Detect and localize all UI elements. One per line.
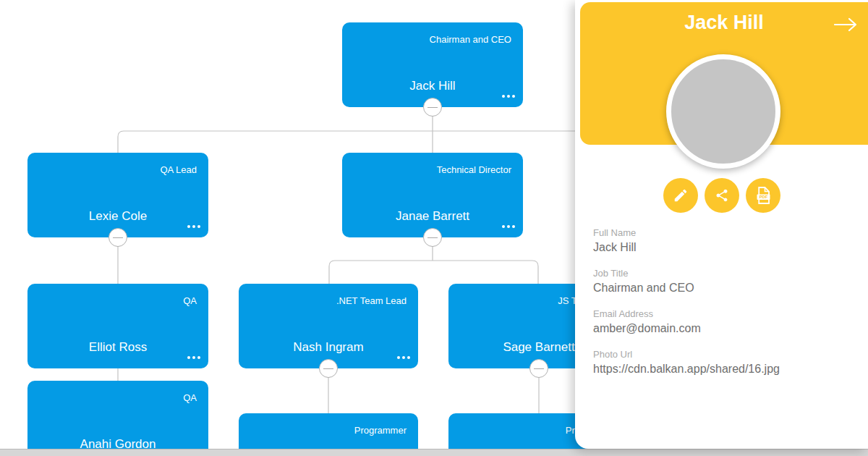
field-email-address: Email Address amber@domain.com [593,308,855,335]
node-janae-barrett[interactable]: Technical Director Janae Barrett [342,153,523,237]
node-title: QA [183,295,197,306]
bottom-bar [0,449,868,456]
node-title: Programmer [354,425,407,436]
node-name: Janae Barrett [342,209,523,224]
field-photo-url: Photo Url https://cdn.balkan.app/shared/… [593,349,855,376]
node-menu-dots[interactable] [502,95,515,98]
node-anahi-gordon[interactable]: QA Anahi Gordon [27,381,208,456]
field-full-name: Full Name Jack Hill [593,227,855,254]
node-menu-dots[interactable] [187,356,200,359]
node-title: QA Lead [160,164,197,175]
field-value: Jack Hill [593,241,855,254]
node-menu-dots[interactable] [187,225,200,228]
svg-text:PDF: PDF [759,195,767,199]
details-panel: Jack Hill [575,0,868,449]
field-value: Chairman and CEO [593,282,855,295]
collapse-button[interactable] [423,98,442,117]
collapse-button[interactable] [319,359,338,378]
collapse-button[interactable] [423,228,442,247]
action-buttons: PDF [575,178,868,213]
edit-button[interactable] [663,178,698,213]
details-title: Jack Hill [580,2,868,34]
node-lexie-cole[interactable]: QA Lead Lexie Cole [27,153,208,237]
node-title: .NET Team Lead [336,295,407,306]
node-name: Elliot Ross [27,340,208,355]
pencil-icon [673,187,689,203]
collapse-button[interactable] [109,228,127,247]
node-title: Technical Director [437,164,511,175]
detail-fields: Full Name Jack Hill Job Title Chairman a… [593,227,855,389]
node-menu-dots[interactable] [502,225,515,228]
avatar [666,54,780,169]
field-label: Full Name [593,227,855,238]
node-menu-dots[interactable] [397,356,410,359]
org-chart-app: Chairman and CEO Jack Hill QA Lead Lexie… [0,0,868,456]
node-nash-ingram[interactable]: .NET Team Lead Nash Ingram [239,284,418,368]
node-name: Nash Ingram [239,340,418,355]
share-button[interactable] [705,178,739,213]
collapse-button[interactable] [529,359,548,378]
field-label: Photo Url [593,349,855,360]
field-label: Job Title [593,268,855,279]
node-name: Jack Hill [342,79,523,93]
node-name: Lexie Cole [27,209,208,224]
field-value: amber@domain.com [593,322,855,335]
pdf-button[interactable]: PDF [746,178,780,213]
node-title: QA [183,392,197,403]
node-elliot-ross[interactable]: QA Elliot Ross [27,284,208,368]
arrow-right-icon[interactable] [832,15,859,34]
share-icon [715,188,729,203]
field-value: https://cdn.balkan.app/shared/16.jpg [593,363,855,376]
field-label: Email Address [593,308,855,319]
field-job-title: Job Title Chairman and CEO [593,268,855,295]
node-title: Chairman and CEO [430,34,511,45]
pdf-icon: PDF [754,186,772,205]
node-jack-hill[interactable]: Chairman and CEO Jack Hill [342,22,523,107]
